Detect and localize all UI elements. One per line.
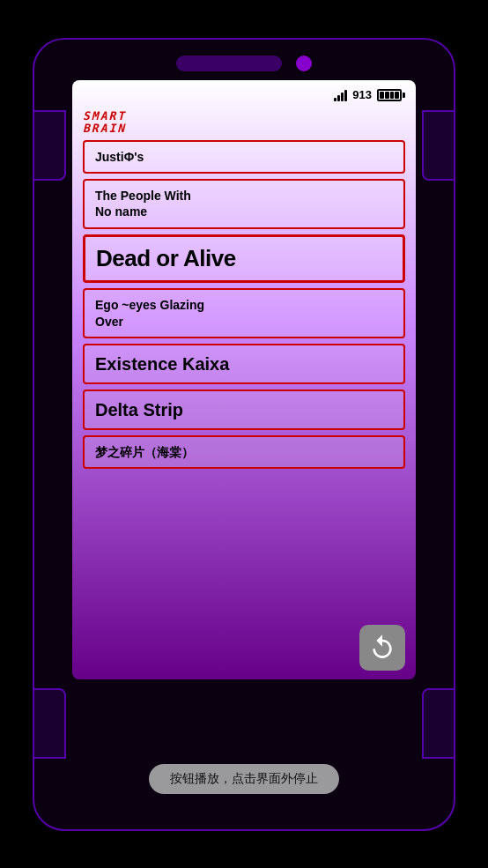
song-item-2[interactable]: The People WithNo name [83, 179, 405, 228]
top-bar [34, 40, 454, 71]
corner-br [422, 688, 455, 759]
bottom-instruction: 按钮播放，点击界面外停止 [149, 764, 339, 794]
top-pill [176, 56, 282, 71]
song-item-1[interactable]: JustiΦ's [83, 140, 405, 174]
song-item-5[interactable]: Existence Kaixa [83, 344, 405, 384]
corner-tl [33, 110, 66, 181]
song-item-4[interactable]: Ego ~eyes GlazingOver [83, 288, 405, 338]
song-title-1: JustiΦ's [95, 149, 393, 165]
logo-text: SMART BRAIN [83, 110, 405, 136]
song-item-3[interactable]: Dead or Alive [83, 234, 405, 284]
replay-button-area [72, 621, 416, 679]
song-list: JustiΦ's The People WithNo name Dead or … [72, 140, 416, 620]
song-title-5: Existence Kaixa [95, 352, 393, 375]
song-title-2: The People WithNo name [95, 188, 393, 219]
battery-icon [377, 89, 405, 101]
top-dot [296, 56, 312, 71]
corner-tr [422, 110, 455, 181]
signal-bars-icon [334, 89, 347, 101]
status-bar: 913 [72, 80, 416, 108]
logo-area: SMART BRAIN [72, 108, 416, 141]
outer-frame: 913 SMART BRAIN JustiΦ's The People With… [33, 38, 455, 831]
song-title-6: Delta Strip [95, 398, 393, 421]
song-title-7: 梦之碎片（海棠） [95, 444, 393, 460]
signal-number: 913 [352, 88, 372, 101]
corner-bl [33, 688, 66, 759]
song-item-6[interactable]: Delta Strip [83, 389, 405, 430]
song-title-3: Dead or Alive [96, 244, 392, 274]
song-title-4: Ego ~eyes GlazingOver [95, 297, 393, 329]
phone-screen: 913 SMART BRAIN JustiΦ's The People With… [72, 80, 416, 679]
replay-button[interactable] [359, 625, 405, 671]
song-item-7[interactable]: 梦之碎片（海棠） [83, 435, 405, 469]
